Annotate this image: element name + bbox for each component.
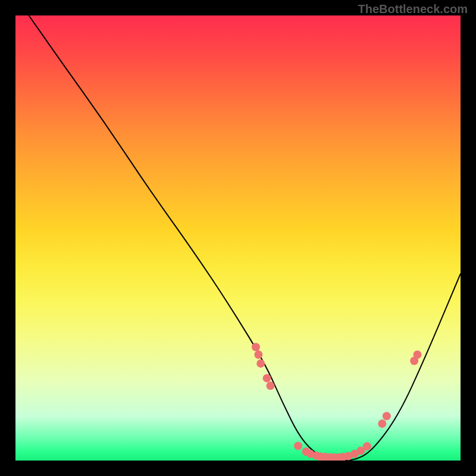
data-point: [363, 442, 371, 450]
data-point: [339, 453, 347, 461]
data-point: [334, 453, 343, 461]
data-point: [350, 450, 359, 458]
data-point: [256, 359, 265, 368]
data-point: [306, 450, 315, 458]
data-point: [302, 447, 311, 456]
data-point: [325, 453, 334, 461]
data-point: [321, 453, 330, 461]
data-point: [356, 447, 365, 455]
plot-area: [15, 15, 461, 461]
data-point: [414, 350, 422, 359]
data-point: [316, 452, 324, 461]
bottleneck-curve: [29, 15, 461, 461]
data-point: [312, 452, 321, 460]
data-point: [345, 452, 353, 461]
data-point: [378, 419, 386, 428]
data-point: [410, 356, 418, 365]
data-point: [252, 343, 260, 351]
chart-svg: [15, 15, 461, 461]
data-point: [263, 374, 271, 383]
data-point: [294, 441, 302, 450]
data-point: [267, 381, 275, 390]
data-point: [383, 412, 391, 420]
data-point: [330, 453, 339, 461]
data-markers: [252, 343, 422, 461]
chart-frame: TheBottleneck.com: [0, 0, 476, 476]
data-point: [254, 350, 262, 359]
watermark-text: TheBottleneck.com: [358, 2, 468, 16]
